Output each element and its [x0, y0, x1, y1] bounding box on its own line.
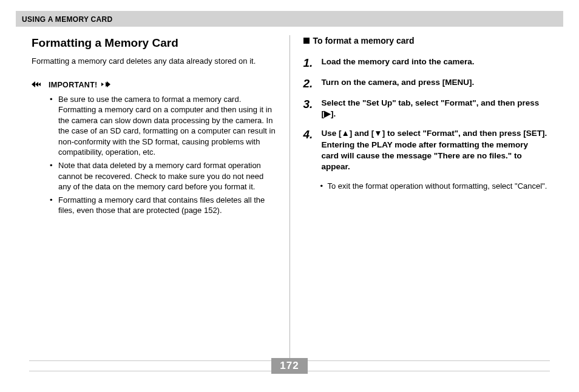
important-bullet-item: Note that data deleted by a memory card …	[52, 160, 276, 192]
step-text: Turn on the camera, and press [MENU].	[322, 77, 548, 89]
procedure-heading: To format a memory card	[303, 35, 548, 47]
important-left-icon	[32, 79, 45, 90]
step-number: 4.	[303, 128, 317, 172]
square-bullet-icon	[303, 38, 310, 44]
page-number: 172	[271, 358, 307, 374]
important-bullet-list: Be sure to use the camera to format a me…	[32, 94, 276, 216]
right-column: To format a memory card 1. Load the memo…	[290, 35, 564, 358]
important-label: IMPORTANT!	[49, 80, 98, 90]
intro-text: Formatting a memory card deletes any dat…	[32, 56, 276, 67]
step-number: 3.	[303, 98, 317, 120]
step-text: Select the "Set Up" tab, select "Format"…	[322, 98, 548, 120]
content-columns: Formatting a Memory Card Formatting a me…	[16, 35, 563, 358]
step-item: 1. Load the memory card into the camera.	[303, 56, 548, 69]
step-text: Load the memory card into the camera.	[322, 56, 548, 69]
important-right-icon	[101, 79, 115, 90]
svg-marker-6	[101, 83, 104, 86]
step-item: 3. Select the "Set Up" tab, select "Form…	[303, 98, 548, 120]
page-footer: 172	[16, 358, 563, 374]
step-item: 2. Turn on the camera, and press [MENU].	[303, 77, 548, 89]
procedure-steps: 1. Load the memory card into the camera.…	[303, 56, 548, 172]
step-text: Use [▲] and [▼] to select "Format", and …	[322, 128, 548, 172]
important-bullet-item: Be sure to use the camera to format a me…	[52, 94, 276, 158]
manual-page: USING A MEMORY CARD Formatting a Memory …	[0, 0, 579, 392]
important-heading: IMPORTANT!	[32, 79, 276, 90]
step-note-item: To exit the format operation without for…	[322, 181, 548, 192]
step-number: 1.	[303, 56, 317, 69]
svg-marker-3	[38, 83, 41, 86]
svg-marker-1	[35, 82, 38, 87]
left-column: Formatting a Memory Card Formatting a me…	[16, 35, 290, 358]
step-number: 2.	[303, 77, 317, 89]
page-title: Formatting a Memory Card	[32, 35, 276, 51]
step-item: 4. Use [▲] and [▼] to select "Format", a…	[303, 128, 548, 172]
svg-marker-0	[32, 81, 35, 87]
important-bullet-item: Formatting a memory card that contains f…	[52, 195, 276, 216]
section-header-text: USING A MEMORY CARD	[22, 15, 112, 24]
procedure-heading-text: To format a memory card	[313, 35, 415, 47]
section-header-bar: USING A MEMORY CARD	[16, 11, 563, 27]
step-note-list: To exit the format operation without for…	[303, 181, 548, 192]
